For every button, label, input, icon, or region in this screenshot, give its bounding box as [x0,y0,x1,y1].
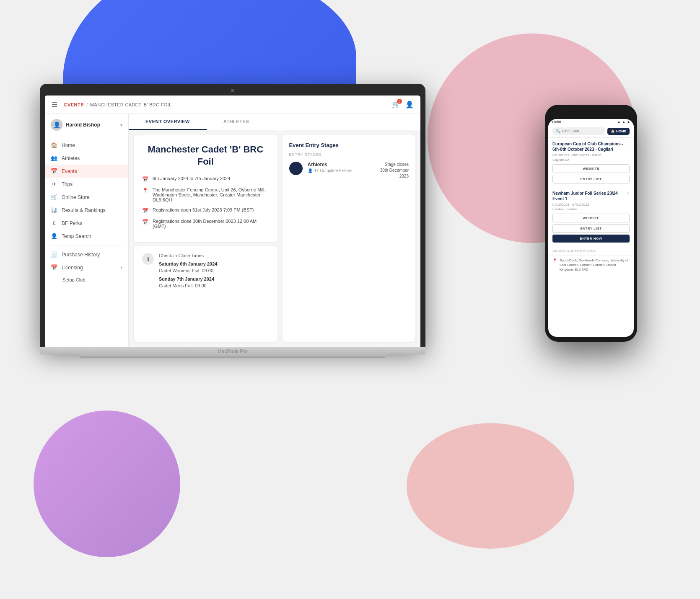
user-name: Harold Bishop [66,122,120,128]
checkin-title: Check-in Close Times: [159,253,217,258]
phone-time: 10:56 [552,120,561,124]
event-dates: 6th January 2024 to 7th January 2024 [153,176,230,181]
sidebar-item-home[interactable]: 🏠 Home [45,139,128,152]
phone-screen: 10:56 ▲ ▲ ▲ 🔍 Find Even... 🏠 HOME [548,119,634,337]
sidebar-label-temp-search: Temp Search [62,233,91,239]
chevron-up-icon-2: ∧ [627,191,630,195]
event-reg-close: Registrations close 30th December 2023 1… [153,219,269,229]
sidebar-item-setup-club[interactable]: Setup Club [45,274,128,286]
tab-event-overview[interactable]: EVENT OVERVIEW [129,114,207,130]
search-icon: 🔍 [556,129,560,133]
macbook-base: MacBook Pro [40,347,425,354]
sidebar-item-online-store[interactable]: 🛒 Online Store [45,191,128,204]
avatar: 👤 [51,119,62,131]
phone-event-title-1: European Cup of Club Champions - 6th-8th… [552,141,628,152]
sidebar-item-athletes[interactable]: 👥 Athletes [45,152,128,165]
phone-status-bar: 10:56 ▲ ▲ ▲ [548,119,634,125]
sidebar: 👤 Harold Bishop ▾ 🏠 Home 👥 Athletes [45,114,129,347]
app-header: ☰ EVENTS / MANCHESTER CADET 'B' BRC FOIL… [45,96,420,114]
temp-search-icon: 👤 [51,233,57,239]
app-body: 👤 Harold Bishop ▾ 🏠 Home 👥 Athletes [45,114,420,347]
stage-row: Athletes 👤 11 Complete Entries Stage clo… [289,162,409,179]
trips-icon: ✈ [51,181,57,187]
website-button-1[interactable]: WEBSITE [552,164,630,173]
phone-event-buttons-2: WEBSITE ENTRY LIST ENTER NOW [552,214,630,243]
stage-info: Athletes 👤 11 Complete Entries [308,162,375,173]
chevron-down-icon: ▾ [120,123,122,127]
entry-stages-card: Event Entry Stages ENTRY STAGES Athletes… [283,135,415,342]
left-column: Manchester Cadet 'B' BRC Foil 📅 6th Janu… [134,135,277,342]
location-icon: 📍 [142,188,148,194]
checkin-sunday-label: Sunday 7th January 2024 [159,276,217,281]
bg-blob-purple [34,411,180,557]
results-icon: 📊 [51,207,57,213]
phone-event-location-1: Cagliari CA [552,158,628,162]
avatar-icon: 👤 [53,121,60,128]
stage-name: Athletes [308,162,375,168]
perks-icon: £ [51,220,57,226]
phone-event-date-1: 06/10/2023 - 08/10/2023 - 09126 [552,153,628,157]
phone-notch [576,110,606,117]
breadcrumb-current: MANCHESTER CADET 'B' BRC FOIL [90,102,171,107]
phone-home-button[interactable]: 🏠 HOME [607,128,630,135]
checkin-saturday-label: Saturday 6th January 2024 [159,261,217,266]
user-account-icon[interactable]: 👤 [405,101,414,108]
phone-address: SportsDock, Docklands Campus, University… [560,258,630,272]
enter-now-button[interactable]: ENTER NOW [552,235,630,243]
info-icon: ℹ [142,253,154,265]
phone-event-buttons-1: WEBSITE ENTRY LIST [552,164,630,183]
macbook-screen: ☰ EVENTS / MANCHESTER CADET 'B' BRC FOIL… [45,96,420,347]
phone-search-bar[interactable]: 🔍 Find Even... [552,127,605,135]
sidebar-item-purchase-history[interactable]: 🧾 Purchase History [45,248,128,261]
sidebar-item-results[interactable]: 📊 Results & Rankings [45,204,128,217]
cart-icon-wrap[interactable]: 🛒 0 [392,101,400,108]
sidebar-item-events[interactable]: 📅 Events [45,165,128,178]
sidebar-item-temp-search[interactable]: 👤 Temp Search [45,230,128,243]
sidebar-divider [51,245,122,245]
content-area: Manchester Cadet 'B' BRC Foil 📅 6th Janu… [129,130,420,347]
sidebar-label-perks: BF Perks [62,220,82,226]
phone-event-item-2[interactable]: Newham Junior Foil Series 23/24 Event 1 … [548,187,634,246]
calendar-icon: 📅 [142,176,148,182]
phone-event-location-2: London, London [552,207,627,211]
entry-list-button-1[interactable]: ENTRY LIST [552,175,630,183]
sidebar-nav: 🏠 Home 👥 Athletes 📅 Events ✈ [45,136,128,288]
sidebar-label-events: Events [62,168,77,174]
breadcrumb-events[interactable]: EVENTS [64,102,84,107]
purchase-icon: 🧾 [51,251,57,258]
sidebar-label-setup-club: Setup Club [62,277,85,282]
checkin-card: ℹ Check-in Close Times: Saturday 6th Jan… [134,246,277,342]
store-icon: 🛒 [51,194,57,200]
header-icons: 🛒 0 👤 [392,101,414,108]
sidebar-item-licensing[interactable]: 📅 Licensing ▾ [45,261,128,274]
events-icon: 📅 [51,168,57,174]
tab-athletes[interactable]: ATHLETES [207,114,266,130]
sidebar-label-results: Results & Rankings [62,207,106,213]
event-detail-reg-close: 📅 Registrations close 30th December 2023… [142,219,269,229]
sidebar-label-licensing: Licensing [62,265,83,271]
entry-stages-title: Event Entry Stages [289,142,409,148]
cart-badge: 0 [397,99,402,104]
phone-app-header: 🔍 Find Even... 🏠 HOME [548,125,634,138]
bg-blob-pink2 [407,423,574,549]
website-button-2[interactable]: WEBSITE [552,214,630,222]
phone-general-info-label: GENERAL INFORMATION [548,246,634,256]
sidebar-item-perks[interactable]: £ BF Perks [45,217,128,230]
licensing-expand-icon: ▾ [120,265,122,270]
phone-event-item-1[interactable]: European Cup of Club Champions - 6th-8th… [548,138,634,187]
athletes-icon-small: 👤 [308,168,313,173]
event-card: Manchester Cadet 'B' BRC Foil 📅 6th Janu… [134,135,277,242]
event-detail-reg-open: 📅 Registrations open 31st July 2023 7:09… [142,207,269,214]
hamburger-icon[interactable]: ☰ [52,101,57,108]
location-icon-phone: 📍 [552,258,557,272]
entry-list-button-2[interactable]: ENTRY LIST [552,224,630,233]
sidebar-label-home: Home [62,142,75,148]
macbook-screen-border: ☰ EVENTS / MANCHESTER CADET 'B' BRC FOIL… [40,84,425,347]
home-icon-small: 🏠 [611,129,615,133]
sidebar-item-trips[interactable]: ✈ Trips [45,178,128,191]
stage-dot [289,162,303,175]
checkin-details: Check-in Close Times: Saturday 6th Janua… [159,253,217,288]
user-profile[interactable]: 👤 Harold Bishop ▾ [45,114,128,136]
phone-search-placeholder: Find Even... [562,129,582,133]
phone-device: 10:56 ▲ ▲ ▲ 🔍 Find Even... 🏠 HOME [545,105,637,342]
